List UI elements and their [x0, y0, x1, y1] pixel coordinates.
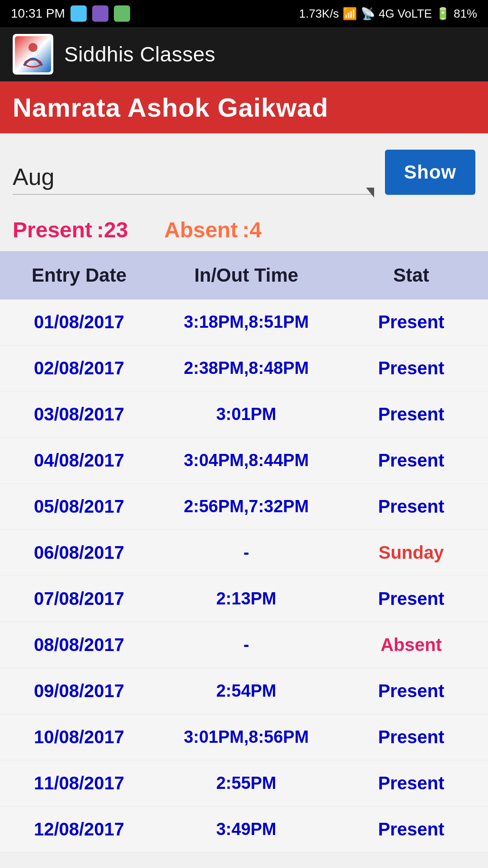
present-label: Present	[13, 217, 92, 242]
cell-date: 07/08/2017	[0, 589, 158, 609]
cell-time: 2:38PM,8:48PM	[158, 359, 334, 378]
cell-date: 06/08/2017	[0, 542, 158, 563]
cell-time: 2:55PM	[158, 774, 334, 793]
cell-time: 3:18PM,8:51PM	[158, 312, 334, 332]
cell-time: 3:01PM	[158, 405, 334, 424]
controls-area: Aug Show	[0, 133, 488, 204]
present-stat: Present :23	[13, 217, 128, 242]
battery-icon: 🔋	[436, 7, 450, 21]
absent-stat: Absent :4	[164, 217, 261, 242]
table-row: 03/08/2017 3:01PM Present	[0, 392, 488, 438]
app-icon-2	[92, 5, 108, 22]
cell-time: 3:01PM,8:56PM	[158, 727, 334, 747]
cell-status: Present	[334, 773, 488, 793]
cell-date: 09/08/2017	[0, 681, 158, 701]
app-logo	[13, 34, 53, 75]
cell-date: 11/08/2017	[0, 773, 158, 793]
cell-status: Absent	[334, 635, 488, 655]
cell-time: -	[158, 543, 334, 562]
col-header-status: Stat	[334, 264, 488, 286]
cell-date: 12/08/2017	[0, 819, 158, 840]
network-type: 4G VoLTE	[379, 7, 432, 21]
signal-icon: 📡	[361, 7, 375, 21]
cell-status: Present	[334, 727, 488, 747]
cell-status: Sunday	[334, 542, 488, 563]
student-name: Namrata Ashok Gaikwad	[13, 93, 328, 122]
table-row: 11/08/2017 2:55PM Present	[0, 760, 488, 807]
cell-date: 05/08/2017	[0, 496, 158, 517]
cell-date: 10/08/2017	[0, 727, 158, 747]
app-header: Siddhis Classes	[0, 27, 488, 81]
cell-time: 3:04PM,8:44PM	[158, 451, 334, 470]
cell-date: 03/08/2017	[0, 404, 158, 425]
app-icon-3	[114, 5, 130, 22]
cell-time: 3:49PM	[158, 820, 334, 839]
app-title: Siddhis Classes	[64, 42, 216, 66]
table-row: 12/08/2017 3:49PM Present	[0, 807, 488, 853]
cell-date: 08/08/2017	[0, 635, 158, 655]
col-header-date: Entry Date	[0, 264, 158, 286]
app-logo-inner	[15, 36, 51, 72]
status-time: 10:31 PM	[11, 6, 65, 21]
present-count: :23	[97, 217, 128, 242]
month-underline	[13, 194, 374, 195]
wifi-icon: 📶	[343, 7, 357, 21]
absent-label: Absent	[164, 217, 238, 242]
cell-status: Present	[334, 589, 488, 609]
cell-status: Present	[334, 681, 488, 701]
table-body: 01/08/2017 3:18PM,8:51PM Present 02/08/2…	[0, 299, 488, 853]
network-speed: 1.73K/s	[299, 7, 339, 21]
dropdown-arrow-icon	[366, 188, 374, 198]
svg-point-1	[25, 60, 41, 67]
app-icon-1	[70, 5, 87, 22]
cell-time: 2:13PM	[158, 589, 334, 609]
logo-svg	[17, 38, 49, 70]
cell-status: Present	[334, 358, 488, 378]
table-header: Entry Date In/Out Time Stat	[0, 251, 488, 299]
absent-count: :4	[242, 217, 262, 242]
cell-status: Present	[334, 450, 488, 471]
table-row: 05/08/2017 2:56PM,7:32PM Present	[0, 484, 488, 530]
cell-status: Present	[334, 404, 488, 425]
stats-row: Present :23 Absent :4	[0, 204, 488, 251]
table-row: 07/08/2017 2:13PM Present	[0, 576, 488, 622]
table-row: 06/08/2017 - Sunday	[0, 530, 488, 576]
table-row: 01/08/2017 3:18PM,8:51PM Present	[0, 299, 488, 345]
month-selector[interactable]: Aug	[13, 163, 374, 195]
cell-time: -	[158, 635, 334, 655]
cell-status: Present	[334, 312, 488, 332]
show-button[interactable]: Show	[385, 150, 475, 195]
table-row: 02/08/2017 2:38PM,8:48PM Present	[0, 345, 488, 392]
cell-status: Present	[334, 496, 488, 517]
status-right: 1.73K/s 📶 📡 4G VoLTE 🔋 81%	[299, 7, 477, 21]
status-left: 10:31 PM	[11, 5, 130, 22]
cell-status: Present	[334, 819, 488, 840]
svg-point-0	[28, 43, 38, 52]
cell-date: 01/08/2017	[0, 312, 158, 332]
month-text: Aug	[13, 163, 374, 194]
cell-date: 04/08/2017	[0, 450, 158, 471]
table-row: 10/08/2017 3:01PM,8:56PM Present	[0, 714, 488, 760]
status-bar: 10:31 PM 1.73K/s 📶 📡 4G VoLTE 🔋 81%	[0, 0, 488, 27]
col-header-time: In/Out Time	[158, 264, 334, 286]
table-row: 09/08/2017 2:54PM Present	[0, 668, 488, 714]
table-row: 04/08/2017 3:04PM,8:44PM Present	[0, 438, 488, 484]
cell-date: 02/08/2017	[0, 358, 158, 378]
cell-time: 2:56PM,7:32PM	[158, 497, 334, 516]
battery-level: 81%	[454, 7, 477, 21]
table-row: 08/08/2017 - Absent	[0, 622, 488, 668]
cell-time: 2:54PM	[158, 681, 334, 701]
name-banner: Namrata Ashok Gaikwad	[0, 81, 488, 133]
